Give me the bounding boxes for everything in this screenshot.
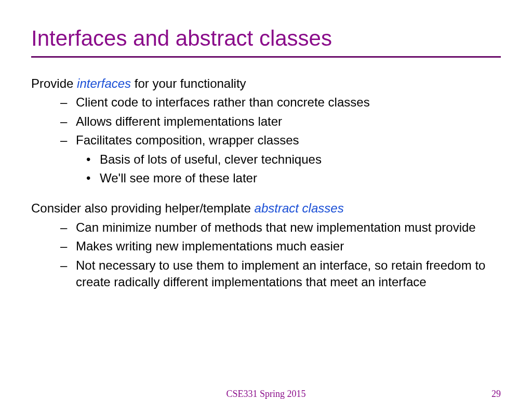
intro-1-post: for your functionality [131,76,246,90]
list-item: Allows different implementations later [76,113,501,130]
intro-1-pre: Provide [31,76,77,90]
list-2: Can minimize number of methods that new … [31,219,501,291]
slide-title: Interfaces and abstract classes [31,26,501,51]
intro-2-em: abstract classes [255,201,344,215]
title-divider [31,56,501,58]
intro-1-em: interfaces [77,76,131,90]
list-item: Makes writing new implementations much e… [76,238,501,255]
list-item: Basis of lots of useful, clever techniqu… [100,151,490,168]
footer-course: CSE331 Spring 2015 [0,389,532,399]
list-item: Not necessary to use them to implement a… [76,257,501,291]
intro-1: Provide interfaces for your functionalit… [31,75,501,92]
list-item: Facilitates composition, wrapper classes… [76,132,501,187]
sublist-1: Basis of lots of useful, clever techniqu… [76,151,490,187]
intro-2: Consider also providing helper/template … [31,200,501,217]
list-item: Client code to interfaces rather than co… [76,94,501,111]
list-item: Can minimize number of methods that new … [76,219,501,236]
list-item-text: Facilitates composition, wrapper classes [76,133,299,147]
list-1: Client code to interfaces rather than co… [31,94,501,187]
footer-page-number: 29 [491,389,501,399]
slide: Interfaces and abstract classes Provide … [0,0,532,399]
slide-body: Provide interfaces for your functionalit… [31,75,501,290]
list-item: We'll see more of these later [100,170,490,187]
intro-2-pre: Consider also providing helper/template [31,201,255,215]
